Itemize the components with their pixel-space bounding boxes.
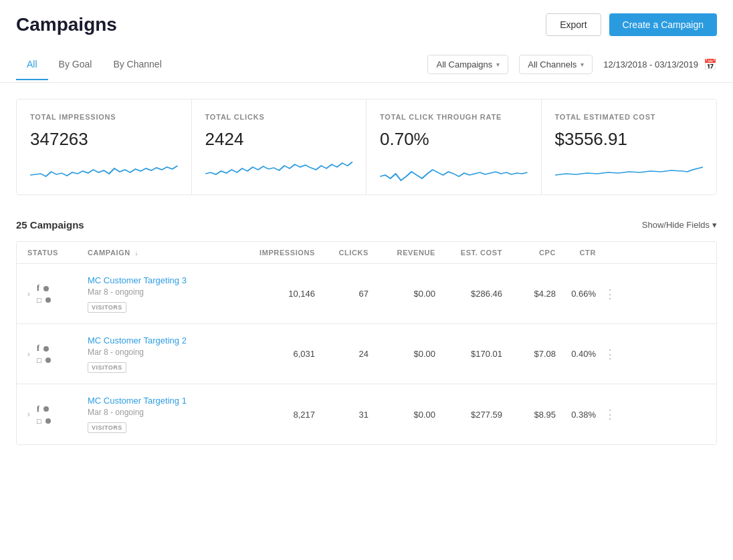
clicks-3: 31 bbox=[315, 410, 369, 420]
campaigns-filter[interactable]: All Campaigns ▾ bbox=[427, 55, 508, 74]
campaign-section: 25 Campaigns Show/Hide Fields ▾ STATUS C… bbox=[0, 206, 733, 458]
row-more-button-2[interactable]: ⋮ bbox=[596, 347, 616, 362]
campaign-tag-1: VISITORS bbox=[88, 302, 126, 313]
status-cell-1: › f □ bbox=[27, 283, 88, 304]
page-title: Campaigns bbox=[16, 14, 117, 35]
status-dot bbox=[43, 406, 49, 412]
social-row-ig: □ bbox=[37, 356, 51, 364]
revenue-2: $0.00 bbox=[369, 349, 435, 359]
expand-icon[interactable]: › bbox=[27, 289, 30, 299]
stat-label-cost: TOTAL ESTIMATED COST bbox=[555, 113, 704, 121]
status-dot bbox=[45, 418, 51, 424]
sparkline-impressions bbox=[30, 155, 178, 182]
chevron-down-icon: ▾ bbox=[496, 61, 500, 68]
row-more-button-1[interactable]: ⋮ bbox=[596, 287, 616, 301]
revenue-3: $0.00 bbox=[369, 410, 435, 420]
cpc-2: $7.08 bbox=[502, 349, 556, 359]
campaign-name-2[interactable]: MC Customer Targeting 2 bbox=[88, 335, 235, 345]
expand-icon[interactable]: › bbox=[27, 349, 30, 359]
date-range-text: 12/13/2018 - 03/13/2019 bbox=[603, 59, 698, 69]
stat-label-clicks: TOTAL CLICKS bbox=[205, 113, 353, 121]
show-hide-label: Show/Hide Fields bbox=[642, 220, 710, 230]
tab-by-goal[interactable]: By Goal bbox=[48, 49, 103, 80]
status-cell-2: › f □ bbox=[27, 343, 88, 364]
campaigns-filter-label: All Campaigns bbox=[436, 59, 492, 69]
campaign-cell-3: MC Customer Targeting 1 Mar 8 - ongoing … bbox=[88, 388, 235, 441]
campaign-date-3: Mar 8 - ongoing bbox=[88, 408, 235, 417]
instagram-icon: □ bbox=[37, 417, 41, 425]
col-header-campaign[interactable]: CAMPAIGN ↓ bbox=[88, 249, 235, 257]
est-cost-1: $286.46 bbox=[435, 289, 502, 299]
campaign-name-3[interactable]: MC Customer Targeting 1 bbox=[88, 396, 235, 406]
campaign-tag-3: VISITORS bbox=[88, 422, 126, 433]
social-icons-3: f □ bbox=[37, 404, 51, 425]
header-actions: Export Create a Campaign bbox=[546, 13, 717, 36]
stat-value-clicks: 2424 bbox=[205, 129, 353, 150]
stat-value-impressions: 347263 bbox=[30, 129, 178, 150]
impressions-2: 6,031 bbox=[235, 349, 315, 359]
chevron-down-icon: ▾ bbox=[712, 220, 717, 230]
instagram-icon: □ bbox=[37, 356, 41, 364]
facebook-icon: f bbox=[37, 343, 39, 354]
ctr-3: 0.38% bbox=[556, 410, 596, 420]
tabs-container: All By Goal By Channel bbox=[16, 49, 173, 80]
date-range-picker[interactable]: 12/13/2018 - 03/13/2019 📅 bbox=[603, 58, 717, 71]
col-header-ctr: CTR bbox=[556, 249, 596, 257]
expand-icon[interactable]: › bbox=[27, 410, 30, 419]
impressions-1: 10,146 bbox=[235, 289, 315, 299]
page-wrapper: Campaigns Export Create a Campaign All B… bbox=[0, 0, 733, 560]
row-more-button-3[interactable]: ⋮ bbox=[596, 407, 616, 422]
export-button[interactable]: Export bbox=[546, 13, 601, 36]
stat-label-ctr: TOTAL CLICK THROUGH RATE bbox=[380, 113, 528, 121]
revenue-1: $0.00 bbox=[369, 289, 435, 299]
status-cell-3: › f □ bbox=[27, 404, 88, 425]
table-header-row: STATUS CAMPAIGN ↓ IMPRESSIONS CLICKS REV… bbox=[17, 242, 716, 264]
col-header-status: STATUS bbox=[27, 249, 88, 257]
stat-card-ctr: TOTAL CLICK THROUGH RATE 0.70% bbox=[366, 100, 542, 194]
calendar-icon: 📅 bbox=[704, 58, 717, 71]
stats-grid: TOTAL IMPRESSIONS 347263 TOTAL CLICKS 24… bbox=[16, 99, 717, 195]
stat-card-cost: TOTAL ESTIMATED COST $3556.91 bbox=[542, 100, 717, 194]
campaign-date-1: Mar 8 - ongoing bbox=[88, 287, 235, 297]
chevron-down-icon: ▾ bbox=[581, 61, 584, 68]
stat-label-impressions: TOTAL IMPRESSIONS bbox=[30, 113, 178, 121]
campaign-name-1[interactable]: MC Customer Targeting 3 bbox=[88, 275, 235, 285]
channels-filter-label: All Channels bbox=[528, 59, 577, 69]
facebook-icon: f bbox=[37, 404, 39, 414]
header: Campaigns Export Create a Campaign bbox=[0, 0, 733, 47]
campaign-cell-1: MC Customer Targeting 3 Mar 8 - ongoing … bbox=[88, 267, 235, 321]
ctr-2: 0.40% bbox=[556, 349, 596, 359]
est-cost-3: $277.59 bbox=[435, 410, 502, 420]
campaign-cell-2: MC Customer Targeting 2 Mar 8 - ongoing … bbox=[88, 327, 235, 381]
col-header-est-cost: EST. COST bbox=[435, 249, 502, 257]
campaign-date-2: Mar 8 - ongoing bbox=[88, 347, 235, 357]
cpc-3: $8.95 bbox=[502, 410, 556, 420]
campaign-list-header: 25 Campaigns Show/Hide Fields ▾ bbox=[16, 219, 717, 231]
show-hide-fields-button[interactable]: Show/Hide Fields ▾ bbox=[642, 220, 717, 230]
table-row: › f □ MC Customer Targeting 1 bbox=[17, 384, 716, 444]
tab-all[interactable]: All bbox=[16, 49, 48, 80]
sparkline-ctr bbox=[380, 155, 528, 182]
clicks-1: 67 bbox=[315, 289, 369, 299]
create-campaign-button[interactable]: Create a Campaign bbox=[609, 13, 717, 36]
col-header-impressions: IMPRESSIONS bbox=[235, 249, 315, 257]
status-dot bbox=[43, 346, 49, 352]
campaigns-table: STATUS CAMPAIGN ↓ IMPRESSIONS CLICKS REV… bbox=[16, 241, 717, 445]
stat-value-ctr: 0.70% bbox=[380, 129, 528, 150]
clicks-2: 24 bbox=[315, 349, 369, 359]
ctr-1: 0.66% bbox=[556, 289, 596, 299]
table-row: › f □ MC Customer Targeting 3 bbox=[17, 264, 716, 324]
campaign-tag-2: VISITORS bbox=[88, 362, 126, 373]
stats-section: TOTAL IMPRESSIONS 347263 TOTAL CLICKS 24… bbox=[0, 83, 733, 206]
social-icons-2: f □ bbox=[37, 343, 51, 364]
tab-by-channel[interactable]: By Channel bbox=[102, 49, 172, 80]
sort-arrow-icon: ↓ bbox=[135, 249, 139, 257]
col-header-clicks: CLICKS bbox=[315, 249, 369, 257]
col-header-revenue: REVENUE bbox=[369, 249, 435, 257]
stat-card-impressions: TOTAL IMPRESSIONS 347263 bbox=[17, 100, 192, 194]
stat-value-cost: $3556.91 bbox=[555, 129, 704, 150]
channels-filter[interactable]: All Channels ▾ bbox=[519, 55, 593, 74]
social-row-ig: □ bbox=[37, 296, 51, 304]
est-cost-2: $170.01 bbox=[435, 349, 502, 359]
social-row-fb: f bbox=[37, 283, 51, 293]
